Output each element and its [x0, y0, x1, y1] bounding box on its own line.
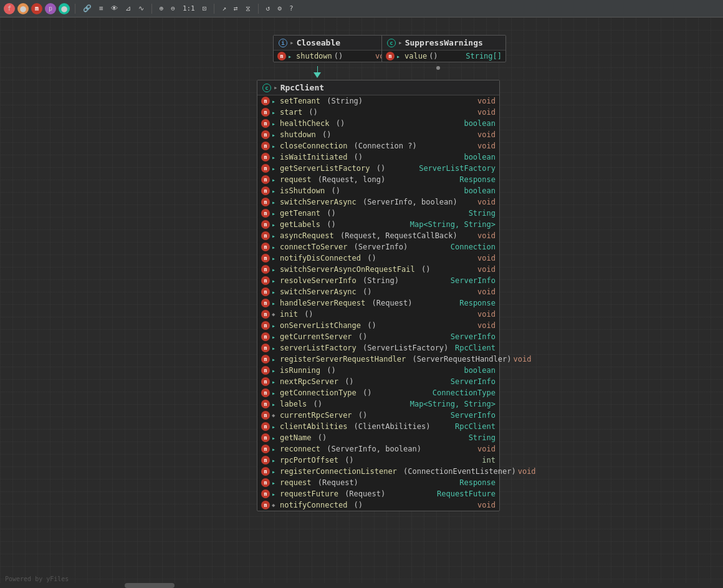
toolbar-refresh[interactable]: ↺ — [264, 3, 273, 14]
method-rpcPortOffset[interactable]: m ▸ rpcPortOffset () int — [257, 455, 499, 466]
method-closeConnection[interactable]: m ▸ closeConnection (Connection ?) void — [257, 140, 499, 152]
m-icon: m — [261, 433, 270, 442]
v-icon: ▸ — [272, 176, 278, 183]
toolbar-layout[interactable]: ⧖ — [243, 3, 253, 14]
method-shutdown[interactable]: m ▸ shutdown () void — [257, 129, 499, 140]
mr: void — [477, 198, 496, 206]
mr: ServerInfo — [451, 276, 496, 285]
connector-dot-suppress — [436, 66, 440, 70]
method-getConnectionType[interactable]: m ▸ getConnectionType () ConnectionType — [257, 387, 499, 398]
toolbar-settings[interactable]: ⚙ — [275, 3, 284, 14]
method-getCurrentServer[interactable]: m ▸ getCurrentServer () ServerInfo — [257, 331, 499, 342]
suppress-warnings-card: c ▸ SuppressWarnings m ▸ value () String… — [381, 35, 506, 62]
method-clientAbilities[interactable]: m ▸ clientAbilities (ClientAbilities) Rp… — [257, 421, 499, 432]
toolbar-import[interactable]: ⇄ — [231, 3, 241, 14]
toolbar-eye[interactable]: 👁 — [108, 3, 120, 14]
v-icon: ▸ — [272, 244, 278, 251]
method-labels[interactable]: m ▸ labels () Map<String, String> — [257, 398, 499, 410]
v-icon: ▸ — [272, 210, 278, 217]
method-getName[interactable]: m ▸ getName () String — [257, 432, 499, 443]
method-request-request[interactable]: m ▸ request (Request) Response — [257, 477, 499, 488]
toolbar-icon-dot[interactable]: ● — [17, 3, 29, 14]
method-nextRpcServer[interactable]: m ▸ nextRpcServer () ServerInfo — [257, 376, 499, 387]
m-icon: m — [261, 388, 270, 397]
method-isWaitInitiated[interactable]: m ▸ isWaitInitiated () boolean — [257, 152, 499, 163]
method-reconnect[interactable]: m ▸ reconnect (ServerInfo, boolean) void — [257, 443, 499, 455]
method-connectToServer[interactable]: m ▸ connectToServer (ServerInfo) Connect… — [257, 241, 499, 253]
m-icon: m — [261, 467, 270, 476]
mp: () — [340, 377, 354, 386]
mr: void — [477, 108, 496, 117]
method-requestFuture[interactable]: m ▸ requestFuture (Request) RequestFutur… — [257, 488, 499, 499]
method-start[interactable]: m ▸ start () void — [257, 107, 499, 118]
mn: init — [280, 310, 298, 319]
mr: void — [513, 355, 531, 364]
method-getServerListFactory[interactable]: m ▸ getServerListFactory () ServerListFa… — [257, 163, 499, 174]
toolbar-help[interactable]: ? — [287, 3, 296, 14]
mr: void — [477, 265, 496, 274]
method-getLabels[interactable]: m ▸ getLabels () Map<String, String> — [257, 219, 499, 230]
method-serverListFactory[interactable]: m ▸ serverListFactory (ServerListFactory… — [257, 342, 499, 354]
mr: void — [477, 501, 496, 509]
method-isRunning[interactable]: m ▸ isRunning () boolean — [257, 365, 499, 376]
v-icon: ▸ — [272, 154, 278, 161]
method-handleServerRequest[interactable]: m ▸ handleServerRequest (Request) Respon… — [257, 297, 499, 309]
method-name: value — [405, 52, 427, 60]
toolbar-curve[interactable]: ∿ — [136, 3, 146, 14]
mp: () — [322, 220, 336, 229]
m-icon: m — [261, 489, 270, 498]
method-icon: m — [277, 52, 286, 60]
mn: switchServerAsync — [280, 198, 357, 206]
mp: (String) — [358, 276, 399, 285]
method-registerServerRequestHandler[interactable]: m ▸ registerServerRequestHandler (Server… — [257, 354, 499, 365]
suppress-method-value[interactable]: m ▸ value () String[] — [382, 51, 505, 62]
method-switchServerAsync-noparams[interactable]: m ▸ switchServerAsync () void — [257, 286, 499, 297]
method-asyncRequest[interactable]: m ▸ asyncRequest (Request, RequestCallBa… — [257, 230, 499, 241]
toolbar-1to1[interactable]: 1:1 — [180, 3, 198, 14]
toolbar-link[interactable]: 🔗 — [80, 3, 94, 14]
method-init[interactable]: m ◆ init () void — [257, 309, 499, 320]
method-getTenant[interactable]: m ▸ getTenant () String — [257, 208, 499, 219]
scrollbar-track[interactable] — [0, 583, 723, 588]
method-isShutdown[interactable]: m ▸ isShutdown () boolean — [257, 185, 499, 196]
closeable-method-shutdown[interactable]: m ▸ shutdown () void — [274, 51, 397, 62]
toolbar-export[interactable]: ↗ — [219, 3, 229, 14]
method-resolveServerInfo[interactable]: m ▸ resolveServerInfo (String) ServerInf… — [257, 275, 499, 286]
method-name: shutdown — [296, 52, 332, 60]
mn: getServerListFactory — [280, 164, 370, 173]
method-notifyConnected[interactable]: m ◆ notifyConnected () void — [257, 499, 499, 511]
method-healthCheck[interactable]: m ▸ healthCheck () boolean — [257, 118, 499, 129]
mn: notifyDisConnected — [280, 254, 361, 263]
toolbar-icon-f[interactable]: f — [4, 3, 15, 14]
mp: () — [327, 186, 340, 195]
m-icon: m — [261, 276, 270, 285]
method-registerConnectionListener[interactable]: m ▸ registerConnectionListener (Connecti… — [257, 466, 499, 477]
mn: request — [280, 175, 312, 184]
mr: ServerInfo — [451, 411, 496, 420]
toolbar-fit[interactable]: ⊡ — [200, 3, 209, 14]
method-request-long[interactable]: m ▸ request (Request, long) Response — [257, 174, 499, 185]
method-switchServerAsyncOnRequestFail[interactable]: m ▸ switchServerAsyncOnRequestFail () vo… — [257, 264, 499, 275]
method-currentRpcServer[interactable]: m ◆ currentRpcServer () ServerInfo — [257, 410, 499, 421]
toolbar-filter[interactable]: ⊿ — [123, 3, 133, 14]
m-icon: m — [261, 153, 270, 161]
mn: handleServerRequest — [280, 299, 365, 307]
toolbar-icon-p[interactable]: p — [45, 3, 56, 14]
scrollbar-thumb[interactable] — [125, 583, 175, 588]
m-icon: m — [261, 501, 270, 509]
method-notifyDisConnected[interactable]: m ▸ notifyDisConnected () void — [257, 253, 499, 264]
toolbar-icon-m[interactable]: m — [31, 3, 42, 14]
method-onServerListChange[interactable]: m ▸ onServerListChange () void — [257, 320, 499, 331]
mp: (Connection ?) — [349, 142, 416, 150]
toolbar-list[interactable]: ≡ — [97, 3, 106, 14]
mr: ServerListFactory — [419, 164, 496, 173]
mp: (ServerListFactory) — [358, 344, 449, 352]
toolbar-icon-teal[interactable]: ● — [59, 3, 70, 14]
method-setTenant[interactable]: m ▸ setTenant (String) void — [257, 95, 499, 107]
mn: reconnect — [280, 445, 320, 453]
method-switchServerAsync-params[interactable]: m ▸ switchServerAsync (ServerInfo, boole… — [257, 196, 499, 208]
toolbar-separator-1 — [75, 4, 75, 14]
toolbar-minus[interactable]: ⊖ — [168, 3, 178, 14]
toolbar-add[interactable]: ⊕ — [157, 3, 166, 14]
rpcclient-header: c ▸ RpcClient — [257, 80, 499, 95]
